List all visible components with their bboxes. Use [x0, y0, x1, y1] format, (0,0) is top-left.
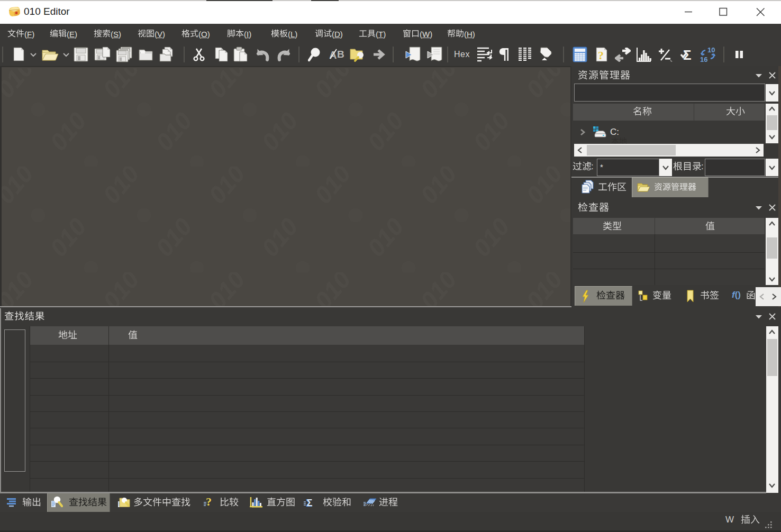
svg-text:B: B: [337, 49, 344, 60]
svg-text:?: ?: [598, 49, 604, 62]
svg-text:Σ: Σ: [307, 498, 313, 508]
svg-text:10: 10: [707, 47, 715, 54]
svg-text:?: ?: [206, 496, 212, 508]
svg-text:16: 16: [700, 56, 707, 62]
